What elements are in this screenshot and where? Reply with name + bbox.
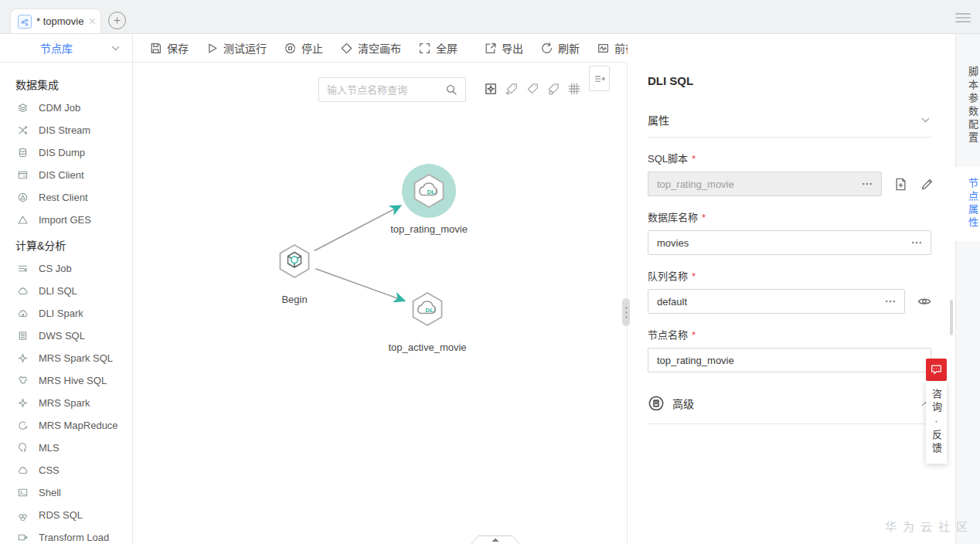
window-icon	[17, 169, 29, 181]
flow-icon	[17, 263, 29, 274]
sidebar-item-mrs-hive-sql[interactable]: MRS Hive SQL	[0, 369, 132, 392]
panel-title: DLI SQL	[648, 74, 931, 87]
sidebar-item-dis-client[interactable]: DIS Client	[0, 164, 132, 186]
workflow-icon	[18, 15, 32, 29]
layers-icon	[17, 102, 29, 114]
edit-script-icon[interactable]	[920, 177, 934, 192]
collapse-panel-icon[interactable]	[589, 66, 610, 91]
sidebar-item-import-ges[interactable]: Import GES	[0, 209, 132, 231]
refresh-icon	[540, 42, 553, 55]
search-icon[interactable]	[445, 83, 458, 96]
advanced-section-header[interactable]: 高级	[648, 395, 931, 424]
sidebar-item-css[interactable]: CSS	[0, 459, 132, 481]
canvas-tools	[484, 82, 581, 96]
feedback-panel[interactable]: 咨询·反馈	[926, 381, 947, 464]
tag-add-icon[interactable]	[505, 82, 519, 96]
locate-icon[interactable]	[484, 82, 498, 96]
right-tab-strip: 脚本参数配置 节点属性	[955, 34, 980, 544]
transform-icon	[17, 532, 29, 543]
menu-icon[interactable]	[954, 8, 972, 27]
node-search-box	[318, 77, 466, 102]
node-library-header[interactable]: 节点库	[0, 34, 132, 63]
close-icon[interactable]	[88, 17, 97, 26]
field-label-sql-script: SQL脚本*	[648, 151, 931, 165]
toolbar-button-导出[interactable]: 导出	[484, 40, 523, 56]
node-label: Begin	[281, 294, 307, 305]
feedback-button[interactable]	[926, 359, 947, 381]
tab-node-properties[interactable]: 节点属性	[955, 167, 980, 241]
hive-icon	[17, 375, 29, 386]
sidebar-item-dws-sql[interactable]: DWS SQL	[0, 325, 132, 347]
sidebar-item-mrs-spark[interactable]: MRS Spark	[0, 392, 132, 414]
sidebar-item-dli-spark[interactable]: DLI Spark	[0, 302, 132, 325]
feedback-widget: 咨询·反馈	[926, 359, 947, 464]
sidebar-item-mls[interactable]: MLS	[0, 437, 132, 459]
triangle-icon	[17, 214, 29, 226]
tab-topmovie[interactable]: * topmovie	[10, 8, 101, 33]
sidebar-item-dis-dump[interactable]: DIS Dump	[0, 141, 132, 164]
doc-icon	[17, 330, 29, 342]
panel-resize-handle[interactable]	[622, 298, 630, 326]
shell-icon	[17, 487, 29, 498]
sidebar-item-cs-job[interactable]: CS Job	[0, 257, 132, 280]
sidebar-item-transform-load[interactable]: Transform Load	[0, 526, 132, 544]
sidebar-item-mrs-mapreduce[interactable]: MRS MapReduce	[0, 414, 132, 437]
spark-icon	[17, 352, 29, 364]
canvas-node-begin[interactable]: Begin	[270, 236, 319, 286]
toolbar-button-刷新[interactable]: 刷新	[540, 40, 580, 56]
sidebar-item-dli-sql[interactable]: DLI SQL	[0, 280, 132, 302]
scrollbar-thumb[interactable]	[950, 300, 953, 335]
toolbar-button-保存[interactable]: 保存	[149, 40, 189, 56]
toolbar: 保存测试运行停止清空画布全屏导出刷新前往监控	[133, 34, 628, 63]
database-name-input[interactable]: movies	[648, 230, 931, 255]
fullscreen-icon	[418, 42, 431, 55]
queue-browse-button[interactable]	[883, 294, 897, 308]
sidebar-item-dis-stream[interactable]: DIS Stream	[0, 119, 132, 141]
field-label-node-name: 节点名称*	[648, 327, 931, 342]
stop-icon	[284, 42, 297, 55]
sidebar-section-数据集成: 数据集成	[0, 70, 132, 97]
export-icon	[484, 42, 497, 55]
toolbar-button-全屏[interactable]: 全屏	[418, 40, 458, 56]
top-tab-bar: * topmovie	[0, 0, 980, 34]
tag-help-icon[interactable]	[546, 82, 560, 96]
advanced-icon	[648, 395, 665, 412]
grid-icon[interactable]	[567, 82, 581, 96]
canvas-node-top-rating-movie[interactable]: DLItop_rating_movie	[404, 166, 454, 216]
bottom-collapse-tab[interactable]	[470, 535, 521, 544]
tab-title: * topmovie	[36, 15, 83, 27]
sidebar-item-rds-sql[interactable]: RDS SQL	[0, 504, 132, 526]
field-label-database: 数据库名称*	[648, 209, 931, 224]
tag-icon[interactable]	[526, 82, 539, 96]
sidebar-item-cdm-job[interactable]: CDM Job	[0, 97, 132, 119]
node-name-input[interactable]: top_rating_movie	[648, 348, 931, 372]
database-icon	[17, 147, 29, 158]
tab-script-parameter-config[interactable]: 脚本参数配置	[955, 56, 980, 156]
new-script-icon[interactable]	[893, 177, 908, 192]
toolbar-button-停止[interactable]: 停止	[284, 40, 323, 56]
save-icon	[149, 42, 162, 55]
sidebar-item-mrs-spark-sql[interactable]: MRS Spark SQL	[0, 347, 132, 369]
properties-panel: DLI SQL 属性 SQL脚本* top_rating_movie 数据库名称…	[628, 34, 955, 544]
node-library-sidebar: 节点库 数据集成CDM JobDIS StreamDIS DumpDIS Cli…	[0, 34, 133, 544]
monitor-icon	[597, 42, 610, 55]
sidebar-item-rest-client[interactable]: Rest Client	[0, 186, 132, 209]
node-search-input[interactable]	[327, 84, 445, 96]
rest-icon	[17, 192, 29, 203]
sql-script-browse-button[interactable]	[860, 177, 874, 191]
cloud-icon	[17, 285, 29, 297]
toolbar-button-清空画布[interactable]: 清空画布	[340, 40, 401, 56]
cloud-icon	[17, 464, 29, 476]
sidebar-item-shell[interactable]: Shell	[0, 481, 132, 504]
new-tab-button[interactable]	[108, 12, 126, 29]
chevron-down-icon[interactable]	[920, 114, 931, 126]
queue-name-input[interactable]: default	[648, 289, 905, 314]
properties-section-header[interactable]: 属性	[648, 112, 931, 138]
database-browse-button[interactable]	[910, 236, 924, 250]
toolbar-button-测试运行[interactable]: 测试运行	[206, 40, 267, 56]
shuffle-icon	[17, 124, 29, 136]
sql-script-input[interactable]: top_rating_movie	[648, 172, 882, 196]
eye-icon[interactable]	[917, 294, 932, 309]
canvas-node-top-active-movie[interactable]: DLItop_active_movie	[403, 284, 452, 334]
sidebar-section-计算-分析: 计算&分析	[0, 231, 132, 257]
